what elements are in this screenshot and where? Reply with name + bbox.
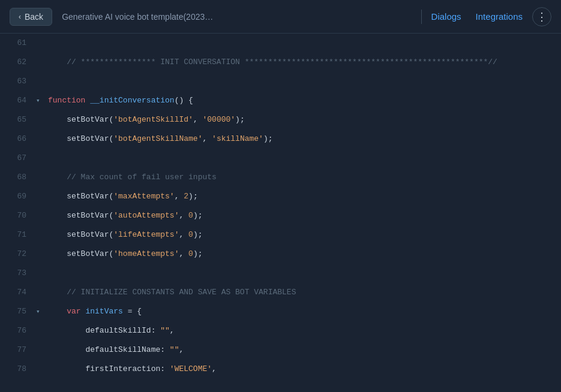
code-text: setBotVar('maxAttempts', 2);: [46, 187, 561, 206]
line-number: 62: [0, 53, 36, 72]
line-number: 65: [0, 110, 36, 129]
line-number: 78: [0, 360, 36, 379]
code-line: 71 setBotVar('lifeAttempts', 0);: [0, 225, 561, 245]
code-text: var initVars = {: [46, 302, 561, 321]
line-number: 77: [0, 340, 36, 360]
line-number: 66: [0, 129, 36, 149]
code-line: 63: [0, 72, 561, 91]
header-divider: [421, 10, 422, 24]
fold-arrow[interactable]: ▾: [36, 302, 46, 321]
header: ‹ Back Generative AI voice bot template(…: [0, 0, 561, 34]
code-line: 67: [0, 149, 561, 168]
line-number: 69: [0, 187, 36, 206]
code-text: // Max count of fail user inputs: [46, 168, 561, 187]
line-number: 71: [0, 225, 36, 245]
code-line: 72 setBotVar('homeAttempts', 0);: [0, 245, 561, 264]
code-text: setBotVar('homeAttempts', 0);: [46, 245, 561, 264]
line-number: 68: [0, 168, 36, 187]
code-line: 65 setBotVar('botAgentSkillId', '00000')…: [0, 110, 561, 129]
nav-tabs: Dialogs Integrations: [431, 9, 523, 24]
code-line: 76 defaultSkillId: "",: [0, 321, 561, 340]
code-line: 75 ▾ var initVars = {: [0, 302, 561, 321]
code-line: 61: [0, 34, 561, 53]
back-label: Back: [25, 12, 43, 22]
code-text: setBotVar('botAgentSkillId', '00000');: [46, 110, 561, 129]
line-number: 67: [0, 149, 36, 168]
tab-integrations[interactable]: Integrations: [476, 9, 523, 24]
line-number: 61: [0, 34, 36, 53]
more-options-icon: ⋮: [536, 10, 547, 23]
line-number: 75: [0, 302, 36, 321]
code-text: // **************** INIT CONVERSATION **…: [46, 53, 561, 72]
back-button[interactable]: ‹ Back: [10, 8, 52, 26]
line-number: 73: [0, 264, 36, 283]
code-text: defaultSkillId: "",: [46, 321, 561, 340]
code-line: 69 setBotVar('maxAttempts', 2);: [0, 187, 561, 206]
fold-arrow[interactable]: ▾: [36, 91, 46, 110]
tab-dialogs[interactable]: Dialogs: [431, 9, 461, 24]
line-number: 70: [0, 206, 36, 225]
code-line: 68 // Max count of fail user inputs: [0, 168, 561, 187]
code-text: setBotVar('autoAttempts', 0);: [46, 206, 561, 225]
code-text: function __initConversation() {: [46, 91, 561, 110]
more-options-button[interactable]: ⋮: [532, 7, 551, 26]
line-number: 74: [0, 283, 36, 302]
code-line: 64 ▾ function __initConversation() {: [0, 91, 561, 110]
code-line: 62 // **************** INIT CONVERSATION…: [0, 53, 561, 72]
code-text: defaultSkillName: "",: [46, 340, 561, 360]
code-content-area[interactable]: 61 62 // **************** INIT CONVERSAT…: [0, 34, 561, 392]
code-text: setBotVar('botAgentSkillName', 'skillNam…: [46, 129, 561, 149]
code-line: 73: [0, 264, 561, 283]
code-line: 74 // INITIALIZE CONSTANTS AND SAVE AS B…: [0, 283, 561, 302]
page-title: Generative AI voice bot template(2023…: [62, 12, 411, 22]
code-text: firstInteraction: 'WELCOME',: [46, 360, 561, 379]
line-number: 64: [0, 91, 36, 110]
code-text: // INITIALIZE CONSTANTS AND SAVE AS BOT …: [46, 283, 561, 302]
code-line: 78 firstInteraction: 'WELCOME',: [0, 360, 561, 379]
code-line: 77 defaultSkillName: "",: [0, 340, 561, 360]
code-editor: 61 62 // **************** INIT CONVERSAT…: [0, 34, 561, 392]
code-line: 70 setBotVar('autoAttempts', 0);: [0, 206, 561, 225]
line-number: 76: [0, 321, 36, 340]
code-line: 66 setBotVar('botAgentSkillName', 'skill…: [0, 129, 561, 149]
back-arrow-icon: ‹: [19, 13, 21, 21]
code-text: setBotVar('lifeAttempts', 0);: [46, 225, 561, 245]
line-number: 72: [0, 245, 36, 264]
line-number: 63: [0, 72, 36, 91]
